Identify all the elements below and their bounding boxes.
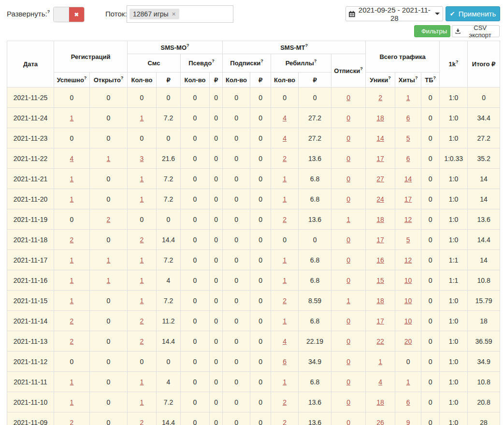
cell-link[interactable]: 24 <box>376 195 384 203</box>
cell-link[interactable]: 4 <box>378 378 382 386</box>
cell-link[interactable]: 1 <box>140 378 144 386</box>
cell-link[interactable]: 0 <box>346 256 350 264</box>
csv-export-button[interactable]: CSV экспорт <box>452 25 500 37</box>
cell-link[interactable]: 2 <box>70 317 74 325</box>
cell-link[interactable]: 1 <box>283 175 287 183</box>
date-range-button[interactable]: 2021-09-25 - 2021-11-28 <box>346 6 443 21</box>
cell-link[interactable]: 10 <box>404 277 412 284</box>
cell-link[interactable]: 1 <box>140 277 144 284</box>
cell-link[interactable]: 2 <box>140 419 144 425</box>
cell-link[interactable]: 1 <box>107 256 111 264</box>
cell-link[interactable]: 18 <box>376 398 384 406</box>
cell-link[interactable]: 0 <box>346 419 350 425</box>
cell-link[interactable]: 1 <box>70 175 74 183</box>
cell-link[interactable]: 2 <box>140 317 144 325</box>
cell-link[interactable]: 16 <box>376 256 384 264</box>
cell-link[interactable]: 1 <box>406 378 410 386</box>
cell-link[interactable]: 2 <box>70 337 74 345</box>
cell-link[interactable]: 5 <box>406 134 410 142</box>
cell-link[interactable]: 14 <box>404 175 412 183</box>
cell-link[interactable]: 1 <box>140 398 144 406</box>
cell-link[interactable]: 0 <box>346 236 350 244</box>
cell-link[interactable]: 17 <box>404 195 412 203</box>
cell-link[interactable]: 6 <box>406 155 410 162</box>
cell-link[interactable]: 0 <box>346 378 350 386</box>
cell-link[interactable]: 2 <box>283 419 287 425</box>
cell-link[interactable]: 2 <box>283 216 287 223</box>
cell-link[interactable]: 3 <box>140 155 144 162</box>
cell-link[interactable]: 1 <box>406 94 410 102</box>
cell-link[interactable]: 1 <box>140 256 144 264</box>
cell-link[interactable]: 10 <box>404 297 412 305</box>
cell-link[interactable]: 1 <box>70 398 74 406</box>
cell-link[interactable]: 1 <box>378 358 382 366</box>
expand-toggle[interactable]: ✖ <box>53 7 85 22</box>
cell-link[interactable]: 1 <box>70 195 74 203</box>
cell-link[interactable]: 1 <box>346 216 350 223</box>
cell-link[interactable]: 1 <box>283 277 287 284</box>
filters-button[interactable]: Фильтры <box>414 25 450 37</box>
cell-link[interactable]: 2 <box>140 236 144 244</box>
cell-link[interactable]: 1 <box>107 277 111 284</box>
cell-link[interactable]: 18 <box>376 297 384 305</box>
cell-link[interactable]: 0 <box>346 398 350 406</box>
cell-link[interactable]: 2 <box>70 236 74 244</box>
cell-link[interactable]: 15 <box>376 277 384 284</box>
cell-link[interactable]: 17 <box>376 317 384 325</box>
tag-remove-icon[interactable]: × <box>172 10 176 18</box>
flow-input[interactable]: 12867 игры × <box>127 5 233 23</box>
cell-link[interactable]: 6 <box>283 358 287 366</box>
cell-link[interactable]: 1 <box>70 378 74 386</box>
cell-link[interactable]: 17 <box>376 155 384 162</box>
cell-link[interactable]: 0 <box>346 114 350 122</box>
cell-link[interactable]: 6 <box>406 398 410 406</box>
cell-link[interactable]: 12 <box>404 256 412 264</box>
cell-link[interactable]: 1 <box>346 297 350 305</box>
cell-link[interactable]: 2 <box>283 155 287 162</box>
cell-link[interactable]: 2 <box>378 94 382 102</box>
cell-link[interactable]: 1 <box>70 256 74 264</box>
cell-link[interactable]: 2 <box>107 216 111 223</box>
cell-link[interactable]: 2 <box>140 337 144 345</box>
cell-link[interactable]: 0 <box>346 195 350 203</box>
cell-link[interactable]: 10 <box>404 317 412 325</box>
cell-link[interactable]: 5 <box>406 236 410 244</box>
cell-link[interactable]: 1 <box>140 114 144 122</box>
cell-link[interactable]: 4 <box>283 114 287 122</box>
cell-link[interactable]: 14 <box>376 134 384 142</box>
cell-link[interactable]: 1 <box>140 175 144 183</box>
cell-link[interactable]: 1 <box>283 378 287 386</box>
cell-link[interactable]: 27 <box>376 175 384 183</box>
cell-link[interactable]: 1 <box>70 297 74 305</box>
cell-link[interactable]: 1 <box>283 195 287 203</box>
cell-link[interactable]: 1 <box>283 317 287 325</box>
cell-link[interactable]: 0 <box>346 277 350 284</box>
cell-link[interactable]: 26 <box>376 419 384 425</box>
cell-link[interactable]: 1 <box>140 195 144 203</box>
cell-link[interactable]: 2 <box>70 419 74 425</box>
cell-link[interactable]: 4 <box>70 155 74 162</box>
cell-link[interactable]: 20 <box>404 337 412 345</box>
cell-link[interactable]: 0 <box>346 317 350 325</box>
cell-link[interactable]: 0 <box>346 94 350 102</box>
cell-link[interactable]: 1 <box>70 277 74 284</box>
cell-link[interactable]: 6 <box>406 114 410 122</box>
cell-link[interactable]: 2 <box>283 297 287 305</box>
cell-link[interactable]: 18 <box>376 114 384 122</box>
cell-link[interactable]: 1 <box>283 256 287 264</box>
cell-link[interactable]: 9 <box>406 419 410 425</box>
cell-link[interactable]: 1 <box>70 114 74 122</box>
cell-link[interactable]: 12 <box>404 216 412 223</box>
cell-link[interactable]: 0 <box>346 337 350 345</box>
cell-link[interactable]: 4 <box>283 134 287 142</box>
cell-link[interactable]: 0 <box>346 134 350 142</box>
cell-link[interactable]: 17 <box>376 236 384 244</box>
cell-link[interactable]: 0 <box>346 175 350 183</box>
cell-link[interactable]: 1 <box>140 297 144 305</box>
cell-link[interactable]: 1 <box>107 155 111 162</box>
cell-link[interactable]: 22 <box>376 337 384 345</box>
apply-button[interactable]: ✔ Применить <box>446 6 500 21</box>
cell-link[interactable]: 4 <box>283 337 287 345</box>
cell-link[interactable]: 0 <box>346 155 350 162</box>
cell-link[interactable]: 2 <box>283 398 287 406</box>
